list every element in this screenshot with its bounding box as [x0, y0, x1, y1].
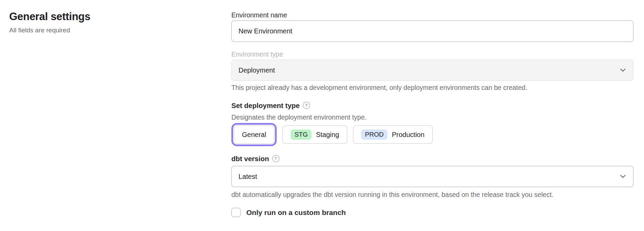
environment-type-value: Deployment	[239, 66, 275, 74]
option-staging-label: Staging	[316, 131, 339, 139]
page-subtitle: All fields are required	[9, 26, 186, 34]
deployment-type-heading: Set deployment type ?	[231, 101, 310, 110]
environment-name-label: Environment name	[231, 11, 287, 19]
deployment-type-options: General STG Staging PROD Production	[231, 123, 433, 146]
environment-name-input[interactable]	[231, 20, 633, 42]
dbt-version-heading-text: dbt version	[231, 154, 269, 163]
dbt-version-select[interactable]: Latest	[231, 166, 633, 187]
production-badge: PROD	[361, 129, 387, 140]
deployment-type-option-production[interactable]: PROD Production	[353, 125, 433, 144]
custom-branch-checkbox[interactable]	[231, 208, 241, 217]
intro-block: General settings All fields are required	[9, 10, 186, 34]
custom-branch-label: Only run on a custom branch	[246, 209, 346, 217]
option-production-label: Production	[392, 131, 425, 139]
environment-type-helper: This project already has a development e…	[231, 83, 527, 92]
environment-type-select[interactable]: Deployment	[231, 60, 633, 81]
dbt-version-value: Latest	[239, 173, 257, 181]
custom-branch-row: Only run on a custom branch	[231, 208, 346, 217]
help-icon[interactable]: ?	[272, 155, 279, 162]
deployment-type-option-staging[interactable]: STG Staging	[282, 125, 347, 144]
deployment-type-option-general[interactable]: General	[234, 125, 274, 144]
deployment-type-heading-text: Set deployment type	[231, 101, 300, 110]
dbt-version-heading: dbt version ?	[231, 154, 279, 163]
chevron-down-icon	[620, 68, 626, 72]
dbt-version-helper: dbt automatically upgrades the dbt versi…	[231, 190, 553, 199]
staging-badge: STG	[291, 129, 311, 140]
environment-type-label: Environment type	[231, 50, 283, 58]
deployment-type-description: Designates the deployment environment ty…	[231, 113, 367, 122]
help-icon[interactable]: ?	[303, 102, 310, 109]
page-title: General settings	[9, 10, 186, 23]
general-settings-page: General settings All fields are required…	[0, 0, 644, 231]
option-general-label: General	[242, 131, 266, 139]
chevron-down-icon	[620, 175, 626, 178]
settings-form: Environment name Environment type Deploy…	[231, 0, 633, 231]
